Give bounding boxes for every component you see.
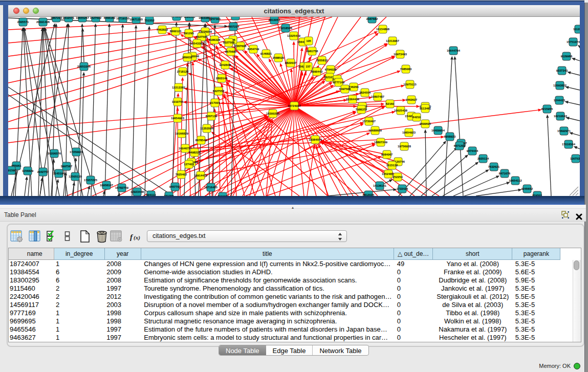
svg-text:2405571: 2405571 <box>17 20 29 24</box>
svg-text:8471676: 8471676 <box>499 172 511 175</box>
svg-text:10973493: 10973493 <box>394 53 407 56</box>
svg-text:2718120: 2718120 <box>177 70 189 73</box>
svg-text:9410571: 9410571 <box>63 17 75 19</box>
svg-text:7632621: 7632621 <box>488 165 500 168</box>
svg-text:1196553: 1196553 <box>184 17 195 18</box>
svg-text:1156829: 1156829 <box>22 169 34 172</box>
svg-text:10655267: 10655267 <box>76 17 89 19</box>
svg-text:9227343: 9227343 <box>556 69 568 72</box>
svg-text:9242848: 9242848 <box>220 63 231 67</box>
svg-text:12213382: 12213382 <box>172 86 185 89</box>
svg-text:19218506: 19218506 <box>279 27 293 30</box>
svg-text:8813054: 8813054 <box>269 18 280 21</box>
svg-text:8990443: 8990443 <box>311 70 323 73</box>
svg-text:17957225: 17957225 <box>84 179 98 182</box>
svg-text:10025438: 10025438 <box>394 109 408 112</box>
svg-text:1733426: 1733426 <box>397 187 408 190</box>
svg-text:12505135: 12505135 <box>69 175 82 178</box>
svg-text:9474444: 9474444 <box>467 149 478 152</box>
svg-text:10958107: 10958107 <box>100 184 113 187</box>
svg-text:9245652: 9245652 <box>521 187 533 190</box>
svg-text:16409954: 16409954 <box>431 129 445 132</box>
svg-text:23364436: 23364436 <box>346 98 360 101</box>
svg-text:8678542: 8678542 <box>195 139 207 142</box>
svg-text:9327508: 9327508 <box>223 41 235 44</box>
svg-text:2588520: 2588520 <box>273 56 285 59</box>
svg-text:8822037: 8822037 <box>285 61 297 64</box>
svg-text:9463627: 9463627 <box>406 98 418 101</box>
svg-text:62160: 62160 <box>386 102 394 105</box>
svg-text:9113461: 9113461 <box>420 107 431 110</box>
svg-text:64210: 64210 <box>412 116 421 119</box>
svg-text:1867203: 1867203 <box>51 17 62 19</box>
svg-text:8215955: 8215955 <box>541 107 553 111</box>
svg-text:8186328: 8186328 <box>209 38 221 41</box>
svg-text:15720407: 15720407 <box>362 120 376 123</box>
svg-text:f: f <box>130 233 134 241</box>
svg-text:13325419: 13325419 <box>287 34 301 37</box>
svg-text:9777169: 9777169 <box>333 81 345 84</box>
svg-text:391590: 391590 <box>8 169 16 172</box>
svg-text:19756928: 19756928 <box>398 145 411 148</box>
svg-text:16914479: 16914479 <box>194 174 208 177</box>
svg-text:8841203: 8841203 <box>230 17 242 17</box>
svg-text:1244415: 1244415 <box>554 99 565 102</box>
svg-text:7463822: 7463822 <box>157 28 168 31</box>
svg-text:6794028: 6794028 <box>325 68 337 71</box>
svg-text:20053346: 20053346 <box>77 65 91 68</box>
svg-text:(x): (x) <box>134 234 140 241</box>
svg-text:15751074: 15751074 <box>567 40 580 43</box>
svg-text:2942757: 2942757 <box>37 170 49 173</box>
svg-text:10654112: 10654112 <box>509 179 521 182</box>
svg-text:2803144: 2803144 <box>216 77 228 80</box>
svg-text:989032: 989032 <box>182 56 192 59</box>
svg-text:9257301: 9257301 <box>209 17 221 20</box>
svg-text:8267130: 8267130 <box>206 115 217 118</box>
svg-text:16154808: 16154808 <box>376 28 390 31</box>
svg-text:9457791: 9457791 <box>169 185 181 188</box>
svg-text:1112840: 1112840 <box>573 28 580 31</box>
svg-text:7986372: 7986372 <box>356 108 367 111</box>
svg-text:12213967: 12213967 <box>386 39 399 42</box>
svg-text:6961758: 6961758 <box>307 50 318 53</box>
svg-text:2367608: 2367608 <box>235 45 247 48</box>
svg-text:19166829: 19166829 <box>175 132 189 135</box>
svg-text:6671203: 6671203 <box>454 144 466 147</box>
svg-text:252254: 252254 <box>393 176 403 179</box>
svg-text:12093822: 12093822 <box>553 84 567 87</box>
svg-text:19384554: 19384554 <box>309 138 322 141</box>
svg-text:17359924: 17359924 <box>70 150 83 154</box>
svg-text:7546201: 7546201 <box>171 17 183 18</box>
svg-text:14136141: 14136141 <box>373 184 387 187</box>
svg-text:1167533: 1167533 <box>570 157 580 160</box>
svg-text:3824554: 3824554 <box>359 91 371 94</box>
svg-text:1010755: 1010755 <box>172 100 184 103</box>
svg-text:7625402: 7625402 <box>176 173 187 176</box>
svg-text:7955812: 7955812 <box>316 59 328 62</box>
svg-text:3997567: 3997567 <box>61 165 73 168</box>
svg-text:9146821: 9146821 <box>260 52 272 55</box>
svg-text:1615132: 1615132 <box>386 164 398 167</box>
svg-text:891295: 891295 <box>184 32 194 35</box>
svg-text:105: 105 <box>306 39 311 42</box>
svg-text:6466160: 6466160 <box>104 17 116 19</box>
svg-text:16782759: 16782759 <box>115 186 129 189</box>
svg-text:157: 157 <box>306 65 311 68</box>
svg-text:10688609: 10688609 <box>368 129 382 132</box>
svg-text:127403: 127403 <box>184 163 194 166</box>
svg-text:8675685: 8675685 <box>225 50 237 53</box>
svg-text:10671355: 10671355 <box>129 18 143 21</box>
svg-text:15692971: 15692971 <box>557 129 571 133</box>
svg-text:19654923: 19654923 <box>402 131 416 134</box>
svg-text:7857224: 7857224 <box>228 25 239 28</box>
svg-text:19654923: 19654923 <box>171 117 185 120</box>
svg-text:20206576: 20206576 <box>48 152 61 155</box>
svg-text:9327505: 9327505 <box>196 35 208 38</box>
svg-text:1527602: 1527602 <box>90 17 102 19</box>
svg-text:10719155: 10719155 <box>116 17 130 20</box>
svg-text:2087682: 2087682 <box>366 17 378 20</box>
svg-text:9084067: 9084067 <box>381 153 393 156</box>
svg-text:18807249: 18807249 <box>374 141 388 144</box>
svg-text:2935114: 2935114 <box>477 157 489 160</box>
svg-text:917004: 917004 <box>210 101 220 104</box>
